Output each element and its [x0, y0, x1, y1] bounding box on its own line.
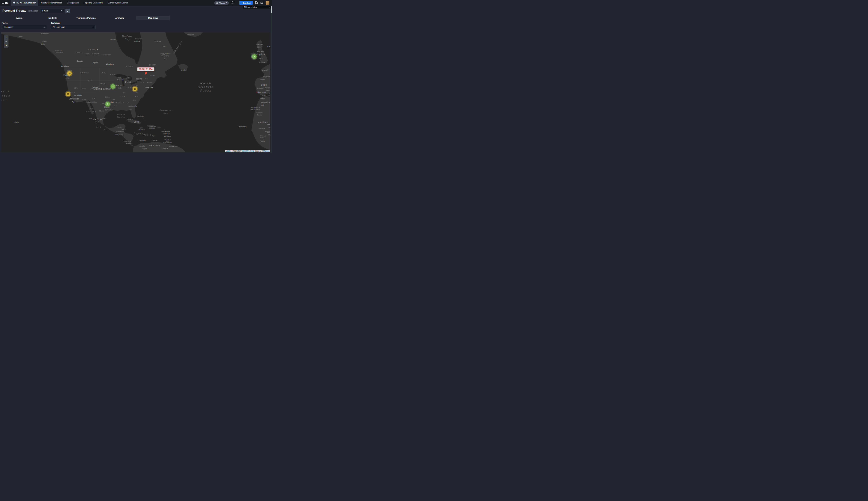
- technique-select[interactable]: All Technique: [51, 25, 96, 29]
- pin-tooltip: 35.182.91.154: [137, 67, 154, 71]
- cluster-marker[interactable]: 3: [105, 102, 110, 106]
- nav-item-mitre-attck-monitor[interactable]: MITRE ATT&CK Monitor: [11, 0, 38, 6]
- cluster-marker[interactable]: 16: [67, 71, 72, 76]
- zoom-in-button[interactable]: +: [4, 35, 9, 39]
- chevron-down-icon: [92, 27, 94, 28]
- cluster-marker[interactable]: 26: [66, 92, 70, 96]
- threat-map[interactable]: Hudson BayLabrador SeaNorth Atlantic Oce…: [1, 32, 270, 152]
- add-incident-button[interactable]: + Incident: [239, 1, 253, 5]
- tab-events[interactable]: Events: [2, 16, 36, 20]
- nav-item-investigation-dashboard[interactable]: Investigation Dashboard: [38, 0, 65, 6]
- layer-mode-button[interactable]: LM: [4, 43, 9, 47]
- chevron-down-icon: [61, 10, 62, 11]
- technique-value: All Technique: [53, 26, 65, 28]
- page-scrollbar: [271, 6, 272, 153]
- master-label: Master: [219, 2, 225, 4]
- cluster-marker[interactable]: 3: [110, 84, 115, 89]
- tab-artifacts[interactable]: Artifacts: [103, 16, 136, 20]
- mapbox-link[interactable]: Mapbox: [263, 150, 269, 152]
- view-tabs: Events Incidents Technique Patterns Arti…: [2, 16, 170, 20]
- technique-label: Technique: [51, 22, 60, 24]
- chevron-down-icon: [44, 27, 45, 28]
- tab-map-view[interactable]: Map View: [136, 16, 170, 20]
- nav-item-configuration[interactable]: Configuration: [65, 0, 81, 6]
- page-title: Potential Threats: [2, 9, 26, 12]
- threat-pin[interactable]: [144, 72, 147, 76]
- time-range-select[interactable]: 1 Year: [40, 9, 64, 13]
- navbar-right-group: Master i + Incident: [214, 1, 272, 5]
- chevron-down-icon: [226, 2, 227, 3]
- internal-sites-value: All internal sites: [244, 6, 257, 8]
- openstreetmap-link[interactable]: OpenStreetMap: [242, 150, 254, 152]
- tab-technique-patterns[interactable]: Technique Patterns: [69, 16, 103, 20]
- cluster-count: 2: [254, 55, 255, 57]
- map-landmass: [1, 32, 270, 152]
- cluster-count: 16: [68, 72, 71, 74]
- tactic-label: Tactic: [2, 22, 8, 24]
- cluster-count: 12: [134, 88, 136, 90]
- info-icon[interactable]: i: [231, 1, 234, 4]
- nav-item-reporting-dashboard[interactable]: Reporting Dashboard: [81, 0, 105, 6]
- cluster-count: 26: [67, 93, 69, 95]
- chevron-down-icon: [269, 7, 270, 8]
- cluster-count: 3: [107, 103, 108, 105]
- cluster-marker[interactable]: 12: [133, 87, 137, 91]
- report-document-icon[interactable]: [255, 1, 258, 4]
- tactic-select[interactable]: Execution: [2, 25, 47, 29]
- tab-incidents[interactable]: Incidents: [36, 16, 69, 20]
- map-zoom-control: + − LM: [4, 35, 9, 47]
- attribution-text: | Map data ©: [231, 150, 242, 152]
- globe-icon: [216, 2, 218, 4]
- cluster-marker[interactable]: 2: [252, 54, 257, 59]
- user-avatar[interactable]: [266, 1, 269, 5]
- logo-text: D3: [5, 1, 9, 4]
- logo-bars-icon: [2, 2, 4, 4]
- chat-icon[interactable]: [260, 1, 263, 4]
- leaflet-link[interactable]: Leaflet: [226, 150, 231, 152]
- master-site-selector[interactable]: Master: [214, 1, 229, 5]
- tactic-value: Execution: [4, 26, 13, 28]
- scrollbar-thumb[interactable]: [271, 6, 272, 13]
- page-subtitle: in the last: [28, 10, 38, 12]
- nav-item-event-playbook-viewer[interactable]: Event Playbook Viewer: [105, 0, 130, 6]
- refresh-icon: [66, 10, 69, 12]
- internal-sites-select[interactable]: All internal sites: [243, 6, 271, 9]
- top-navbar: D3 MITRE ATT&CK Monitor Investigation Da…: [0, 0, 272, 6]
- zoom-out-button[interactable]: −: [4, 39, 9, 43]
- refresh-button[interactable]: [65, 9, 70, 13]
- map-attribution: Leaflet | Map data © OpenStreetMap Image…: [225, 150, 270, 152]
- time-range-value: 1 Year: [42, 10, 48, 12]
- d3-logo[interactable]: D3: [0, 1, 11, 4]
- attribution-text: Imagery ©: [254, 150, 263, 152]
- cluster-count: 3: [112, 85, 114, 87]
- page-header: Potential Threats in the last 1 Year: [2, 9, 70, 13]
